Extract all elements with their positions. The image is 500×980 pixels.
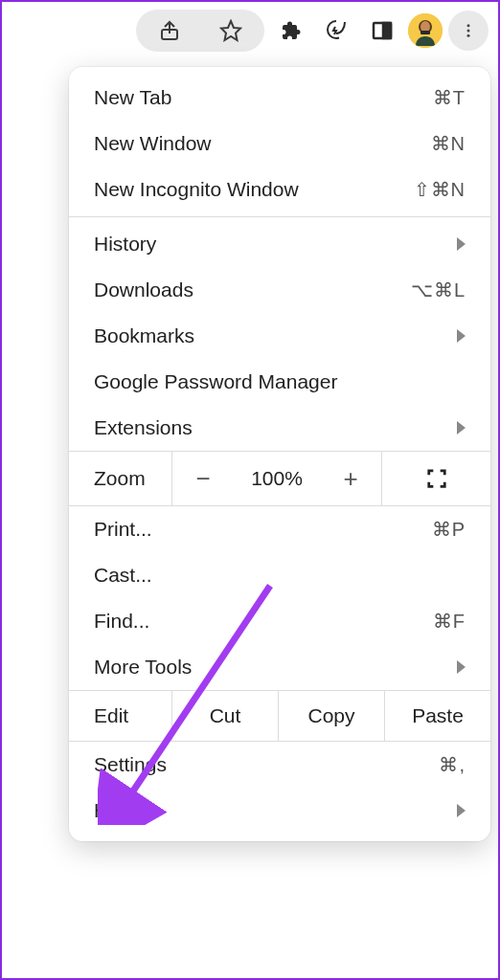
menu-label: Google Password Manager (94, 370, 337, 393)
menu-label: Help (94, 799, 135, 822)
svg-point-8 (467, 24, 470, 27)
menu-item-history[interactable]: History (69, 221, 490, 267)
zoom-label: Zoom (69, 452, 172, 505)
menu-item-cast[interactable]: Cast... (69, 552, 490, 598)
menu-item-more-tools[interactable]: More Tools (69, 644, 490, 690)
menu-label: Extensions (94, 416, 193, 439)
menu-item-new-tab[interactable]: New Tab ⌘T (69, 75, 490, 121)
menu-item-bookmarks[interactable]: Bookmarks (69, 313, 490, 359)
leaf-bolt-icon[interactable] (316, 11, 356, 51)
more-icon[interactable] (448, 11, 489, 51)
chrome-main-menu: New Tab ⌘T New Window ⌘N New Incognito W… (69, 67, 490, 841)
star-icon[interactable] (211, 11, 251, 51)
menu-zoom-row: Zoom − 100% + (69, 451, 490, 506)
menu-label: Settings (94, 753, 167, 776)
chevron-right-icon (457, 421, 466, 434)
menu-item-print[interactable]: Print... ⌘P (69, 506, 490, 552)
menu-accel: ⇧⌘N (414, 178, 466, 201)
fullscreen-button[interactable] (381, 452, 490, 505)
menu-label: New Incognito Window (94, 178, 299, 201)
app-frame: New Tab ⌘T New Window ⌘N New Incognito W… (0, 0, 500, 980)
menu-item-find[interactable]: Find... ⌘F (69, 598, 490, 644)
zoom-out-button[interactable]: − (172, 452, 234, 505)
paste-button[interactable]: Paste (385, 691, 490, 741)
chevron-right-icon (457, 660, 466, 674)
cut-button[interactable]: Cut (172, 691, 279, 741)
menu-item-downloads[interactable]: Downloads ⌥⌘L (69, 267, 490, 313)
chevron-right-icon (457, 329, 466, 343)
svg-rect-7 (420, 31, 430, 34)
menu-edit-row: Edit Cut Copy Paste (69, 690, 490, 742)
menu-accel: ⌘N (431, 132, 466, 155)
menu-item-help[interactable]: Help (69, 788, 490, 834)
menu-label: History (94, 233, 156, 256)
menu-item-new-incognito[interactable]: New Incognito Window ⇧⌘N (69, 167, 490, 212)
menu-accel: ⌘, (439, 753, 466, 776)
browser-toolbar (2, 2, 498, 59)
zoom-in-button[interactable]: + (320, 452, 381, 505)
menu-label: More Tools (94, 656, 192, 679)
svg-point-10 (467, 34, 470, 37)
menu-label: Print... (94, 518, 152, 541)
menu-item-settings[interactable]: Settings ⌘, (69, 742, 490, 788)
menu-item-new-window[interactable]: New Window ⌘N (69, 121, 490, 167)
menu-label: Cast... (94, 564, 152, 587)
menu-separator (69, 216, 490, 217)
menu-accel: ⌘P (432, 518, 466, 541)
svg-marker-1 (221, 21, 240, 40)
menu-label: Downloads (94, 278, 193, 301)
menu-label: New Window (94, 132, 212, 155)
menu-item-extensions[interactable]: Extensions (69, 405, 490, 451)
menu-label: Bookmarks (94, 324, 194, 347)
chevron-right-icon (457, 237, 466, 251)
share-icon[interactable] (149, 11, 190, 51)
copy-button[interactable]: Copy (279, 691, 385, 741)
menu-accel: ⌘F (433, 610, 466, 633)
svg-rect-3 (383, 23, 391, 38)
menu-item-password-manager[interactable]: Google Password Manager (69, 359, 490, 405)
user-avatar[interactable] (408, 13, 443, 48)
menu-accel: ⌥⌘L (411, 278, 466, 301)
svg-point-9 (467, 30, 470, 33)
menu-label: Find... (94, 610, 149, 633)
menu-label: New Tab (94, 86, 171, 109)
toolbar-pill (136, 10, 264, 52)
menu-accel: ⌘T (433, 86, 466, 109)
zoom-percent: 100% (234, 452, 320, 505)
puzzle-icon[interactable] (270, 11, 310, 51)
chevron-right-icon (457, 804, 466, 817)
side-panel-icon[interactable] (362, 11, 402, 51)
edit-label: Edit (69, 691, 172, 741)
